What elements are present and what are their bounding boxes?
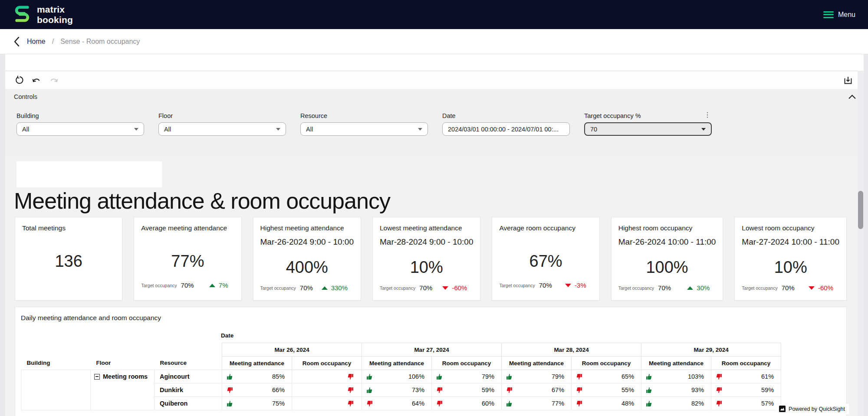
kpi-title: Lowest meeting attendance (380, 224, 473, 232)
back-button[interactable] (13, 37, 20, 46)
building-select[interactable]: All (16, 122, 144, 136)
date-group-header[interactable]: Mar 27, 2024 (362, 343, 502, 357)
data-cell[interactable]: 79% (432, 370, 502, 383)
data-cell[interactable]: 67% (502, 383, 572, 397)
data-cell[interactable]: 93% (641, 383, 711, 397)
data-cell-content: 79% (432, 373, 501, 380)
metric-header[interactable]: Room occupancy (292, 357, 362, 370)
building-cell[interactable] (21, 370, 91, 410)
pivot-table-body: Meeting roomsAgincourt85%106%79%79%65%10… (21, 370, 781, 410)
data-cell[interactable]: 64% (362, 397, 432, 410)
kpi-row: Total meetings136Average meeting attenda… (15, 217, 847, 301)
export-download-icon (844, 76, 852, 85)
thumb-down-icon (436, 400, 443, 407)
brand-logo[interactable]: matrix booking (13, 4, 73, 26)
date-group-header[interactable]: Mar 28, 2024 (502, 343, 641, 357)
filter-building: BuildingAll (16, 112, 144, 136)
data-cell[interactable] (292, 370, 362, 383)
data-cell[interactable]: 79% (502, 370, 572, 383)
kpi-card-6: Lowest room occupancyMar-27-2024 10:00 -… (734, 217, 847, 301)
data-cell[interactable]: 85% (222, 370, 292, 383)
data-cell-content: 65% (572, 373, 641, 380)
column-header-resource[interactable]: Resource (155, 357, 222, 370)
breadcrumb-home-link[interactable]: Home (27, 38, 46, 46)
resource-cell[interactable]: Dunkirk (155, 383, 222, 397)
data-cell[interactable]: 66% (222, 383, 292, 397)
filter-date-range-label: Date (442, 112, 570, 119)
metric-header[interactable]: Meeting attendance (502, 357, 572, 370)
data-cell[interactable]: 73% (362, 383, 432, 397)
kpi-diff-value: 7% (219, 282, 228, 289)
thumb-down-icon (576, 387, 582, 393)
filter-building-label: Building (16, 112, 144, 119)
data-cell[interactable]: 60% (432, 397, 502, 410)
triangle-up-icon (322, 286, 328, 290)
kpi-date: Mar-27-2024 10:00 - 11:00 (742, 237, 839, 247)
matrix-booking-logo-icon (13, 4, 31, 26)
vertical-scrollbar[interactable] (858, 71, 864, 416)
menu-button[interactable]: Menu (823, 10, 855, 20)
page-title: Meeting attendance & room occupancy (14, 189, 847, 213)
undo-button[interactable] (32, 76, 41, 84)
scrollbar-thumb[interactable] (858, 191, 863, 229)
date-range-field[interactable]: 2024/03/01 00:00:00 - 2024/07/01 00:... (442, 122, 570, 136)
resource-select[interactable]: All (300, 122, 428, 136)
data-cell[interactable]: 106% (362, 370, 432, 383)
filter-menu-icon[interactable]: ⋮ (704, 111, 711, 118)
redo-icon (49, 76, 59, 84)
date-group-header[interactable]: Mar 29, 2024 (641, 343, 781, 357)
floor-group-label: Meeting rooms (103, 373, 148, 380)
data-cell[interactable] (292, 383, 362, 397)
reset-button[interactable] (15, 75, 24, 85)
metric-header[interactable]: Room occupancy (711, 357, 781, 370)
redo-button[interactable] (49, 76, 59, 84)
collapse-group-icon[interactable] (94, 374, 100, 380)
data-cell[interactable]: 57% (711, 397, 781, 410)
metric-header[interactable]: Room occupancy (572, 357, 641, 370)
thumb-down-icon (366, 400, 373, 407)
kpi-target-value: 70% (658, 284, 671, 292)
cell-value: 79% (482, 373, 494, 380)
powered-by-quicksight-badge[interactable]: Powered by QuickSight (776, 404, 849, 414)
export-button[interactable] (844, 76, 852, 85)
data-cell-content: 79% (502, 373, 571, 380)
resource-cell[interactable]: Agincourt (155, 370, 222, 383)
data-cell[interactable]: 82% (641, 397, 711, 410)
column-header-floor[interactable]: Floor (91, 357, 155, 370)
data-cell[interactable]: 103% (641, 370, 711, 383)
date-group-header[interactable]: Mar 26, 2024 (222, 343, 362, 357)
kpi-target-value: 70% (419, 284, 432, 292)
resource-cell[interactable]: Quiberon (155, 397, 222, 410)
kpi-value: 10% (735, 258, 846, 277)
floor-group-cell[interactable]: Meeting rooms (91, 370, 155, 410)
thumb-down-icon (347, 373, 354, 380)
metric-header[interactable]: Meeting attendance (362, 357, 432, 370)
metric-header[interactable]: Meeting attendance (222, 357, 292, 370)
kpi-target-row: Target occupancy70%-60% (742, 284, 833, 292)
data-cell[interactable]: 55% (572, 383, 641, 397)
data-cell[interactable]: 77% (502, 397, 572, 410)
data-cell[interactable]: 75% (222, 397, 292, 410)
data-cell[interactable] (292, 397, 362, 410)
embed-top-gap (5, 54, 864, 71)
data-cell[interactable]: 59% (711, 383, 781, 397)
metric-header[interactable]: Room occupancy (432, 357, 502, 370)
floor-select[interactable]: All (158, 122, 286, 136)
thumb-down-icon (227, 387, 233, 393)
cell-value: 73% (412, 387, 424, 393)
kpi-title: Highest meeting attendance (260, 224, 354, 232)
kpi-diff-value: -3% (575, 282, 586, 289)
metric-header[interactable]: Meeting attendance (641, 357, 711, 370)
target-occupancy-select[interactable]: 70 (584, 122, 712, 136)
data-cell[interactable]: 61% (711, 370, 781, 383)
collapse-controls-button[interactable] (848, 93, 856, 101)
date-axis-label: Date (221, 332, 846, 339)
data-cell[interactable]: 48% (572, 397, 641, 410)
data-cell[interactable]: 65% (572, 370, 641, 383)
dashboard-toolbar (5, 71, 864, 89)
data-cell[interactable]: 59% (432, 383, 502, 397)
cell-value: 103% (688, 373, 704, 380)
column-header-building[interactable]: Building (21, 357, 91, 370)
header-spacer (21, 343, 222, 357)
kpi-title: Average room occupancy (499, 224, 592, 232)
